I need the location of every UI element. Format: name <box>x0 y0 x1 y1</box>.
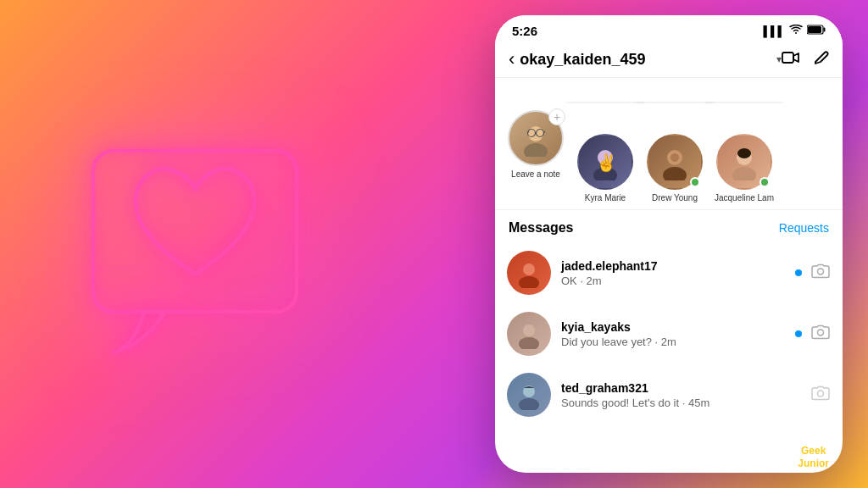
video-call-icon[interactable] <box>782 50 800 69</box>
svg-rect-3 <box>824 28 826 32</box>
nav-action-icons <box>782 50 829 69</box>
msg-preview-2: Did you leave yet? · 2m <box>561 336 785 348</box>
messages-section: Messages Requests jaded.elephant17 OK · … <box>495 210 843 425</box>
msg-username-1: jaded.elephant17 <box>561 259 785 273</box>
stories-row: + Leave a note Why is tomorrow Monday!? … <box>495 102 843 210</box>
msg-actions-3 <box>810 385 831 405</box>
jacqueline-story-name: Jacqueline Lam <box>715 193 774 202</box>
story-item-self[interactable]: + Leave a note <box>505 110 566 202</box>
svg-point-30 <box>818 391 824 396</box>
msg-avatar-2 <box>507 312 551 356</box>
svg-rect-4 <box>808 26 821 33</box>
svg-point-20 <box>732 167 756 180</box>
jacqueline-online-dot <box>760 177 770 187</box>
story-item-jacqueline[interactable]: Game night this weekend? 🎮 Jacqueline La <box>714 110 775 202</box>
watermark: Geek Junior <box>798 445 829 469</box>
top-nav: ‹ okay_kaiden_459 ▾ <box>495 43 843 78</box>
msg-actions-1 <box>795 263 831 283</box>
messages-title: Messages <box>509 220 574 236</box>
msg-content-1: jaded.elephant17 OK · 2m <box>561 259 785 287</box>
unread-dot-1 <box>795 269 802 276</box>
svg-point-27 <box>818 330 824 336</box>
watermark-line1: Geek <box>798 445 829 457</box>
phone-mockup: 5:26 ▌▌▌ ‹ okay_kaiden_45 <box>495 15 843 473</box>
drew-online-dot <box>690 177 700 187</box>
self-avatar-wrap: + <box>508 110 564 166</box>
wifi-icon <box>789 25 803 37</box>
msg-content-3: ted_graham321 Sounds good! Let's do it ·… <box>561 381 800 409</box>
svg-text:✌: ✌ <box>596 152 617 173</box>
stories-outer: + Leave a note Why is tomorrow Monday!? … <box>495 78 843 210</box>
camera-icon-1[interactable] <box>810 263 831 283</box>
status-bar: 5:26 ▌▌▌ <box>495 15 843 43</box>
kyra-story-name: Kyra Marie <box>585 193 626 202</box>
msg-username-3: ted_graham321 <box>561 381 800 395</box>
msg-avatar-3 <box>507 373 551 417</box>
watermark-line2: Junior <box>798 458 829 469</box>
kyra-avatar-wrap: ✌ <box>577 134 633 190</box>
status-time: 5:26 <box>512 24 537 38</box>
camera-icon-3[interactable] <box>810 385 831 405</box>
msg-preview-1: OK · 2m <box>561 274 785 287</box>
svg-point-23 <box>519 276 539 288</box>
msg-content-2: kyia_kayaks Did you leave yet? · 2m <box>561 320 785 348</box>
back-button[interactable]: ‹ <box>509 48 515 70</box>
jacqueline-avatar-wrap <box>716 134 772 190</box>
drew-story-name: Drew Young <box>652 193 698 202</box>
msg-avatar-1 <box>507 251 551 295</box>
msg-preview-3: Sounds good! Let's do it · 45m <box>561 396 800 409</box>
story-item-kyra[interactable]: Why is tomorrow Monday!? 😩 ✌ Kyra Mar <box>575 110 636 202</box>
svg-point-24 <box>818 269 824 274</box>
message-item-1[interactable]: jaded.elephant17 OK · 2m <box>495 242 843 303</box>
msg-username-2: kyia_kayaks <box>561 320 785 334</box>
status-icons: ▌▌▌ <box>763 25 826 37</box>
messages-header: Messages Requests <box>495 210 843 242</box>
signal-icon: ▌▌▌ <box>763 25 785 37</box>
story-item-drew[interactable]: Finally landing in NYC! ❤️ Drew Young <box>644 110 705 202</box>
svg-point-22 <box>523 263 535 275</box>
neon-heart-container <box>51 100 339 388</box>
svg-point-25 <box>523 324 535 336</box>
message-item-2[interactable]: kyia_kayaks Did you leave yet? · 2m <box>495 303 843 364</box>
svg-point-29 <box>519 398 539 410</box>
plus-icon: + <box>548 108 565 125</box>
nav-username: okay_kaiden_459 <box>520 51 775 69</box>
svg-point-21 <box>737 148 751 158</box>
svg-point-17 <box>663 167 687 180</box>
svg-point-7 <box>524 143 548 157</box>
message-item-3[interactable]: ted_graham321 Sounds good! Let's do it ·… <box>495 364 843 425</box>
svg-point-18 <box>670 153 679 162</box>
self-story-name: Leave a note <box>511 169 560 179</box>
battery-icon <box>807 25 826 37</box>
msg-actions-2 <box>795 324 831 344</box>
unread-dot-2 <box>795 330 802 337</box>
requests-link[interactable]: Requests <box>779 221 829 235</box>
edit-icon[interactable] <box>814 50 829 69</box>
drew-avatar-wrap <box>647 134 703 190</box>
neon-heart-icon <box>68 117 322 371</box>
svg-point-26 <box>519 337 539 349</box>
svg-rect-5 <box>782 53 793 63</box>
svg-rect-0 <box>93 151 297 312</box>
kyra-avatar: ✌ <box>577 134 633 190</box>
camera-icon-2[interactable] <box>810 324 831 344</box>
